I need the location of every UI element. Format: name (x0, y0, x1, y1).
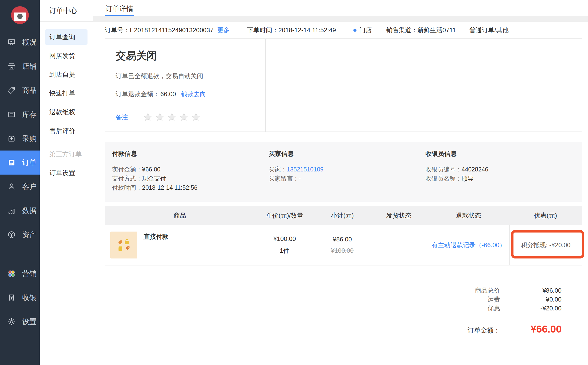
paid-amount-row: 实付金额：¥66.00 (112, 165, 269, 174)
cashier-icon (7, 293, 16, 302)
buyer-phone-link[interactable]: 13521510109 (287, 166, 324, 173)
cashier-name-row: 收银员名称：顾导 (425, 174, 582, 183)
rating-stars[interactable] (143, 112, 201, 122)
product-cell: 直接付款 (105, 225, 255, 265)
sidebar-item-purchase[interactable]: 采购 (0, 126, 40, 151)
order-info-block: 付款信息 实付金额：¥66.00 支付方式：现金支付 付款时间：2018-12-… (105, 142, 582, 202)
quantity: 1件 (280, 246, 290, 255)
sidebar-item-goods[interactable]: 商品 (0, 78, 40, 102)
refund-amount-line: 订单退款金额：66.00 钱款去向 (116, 90, 265, 98)
star-icon[interactable] (167, 112, 177, 122)
original-subtotal: ¥100.00 (331, 247, 354, 254)
star-icon[interactable] (155, 112, 165, 122)
shipping-status-cell (370, 225, 428, 265)
payment-info-section: 付款信息 实付金额：¥66.00 支付方式：现金支付 付款时间：2018-12-… (112, 150, 269, 192)
channel-value: 新鲜生活0711 (418, 26, 456, 34)
unit-price-cell: ¥100.00 1件 (255, 225, 315, 265)
main-content: 订单详情 订单号： E20181214115249013200037 更多 下单… (93, 0, 588, 365)
submenu-item-order-settings[interactable]: 订单设置 (45, 165, 88, 181)
order-no-label: 订单号： (105, 26, 130, 34)
table-header-row: 商品 单价(元)/数量 小计(元) 发货状态 退款状态 优惠(元) (105, 206, 582, 225)
col-header-shipping-status: 发货状态 (370, 211, 428, 220)
payment-method-row: 支付方式：现金支付 (112, 174, 269, 183)
order-total-label: 订单金额： (468, 326, 500, 335)
buyer-info-section: 买家信息 买家：13521510109 买家留言：- (269, 150, 425, 192)
overview-icon (7, 38, 16, 47)
order-total-value: ¥66.00 (500, 323, 561, 335)
marketing-icon (7, 269, 16, 278)
sidebar-item-label: 数据 (22, 206, 36, 216)
refund-record-link[interactable]: 有主动退款记录（-66.00） (432, 241, 506, 249)
buyer-info-title: 买家信息 (269, 150, 425, 158)
sidebar-item-label: 概况 (22, 37, 36, 47)
store-avatar-image (14, 13, 26, 21)
app-root: 概况 店铺 商品 库存 (0, 0, 588, 365)
sidebar-item-inventory[interactable]: 库存 (0, 102, 40, 126)
col-header-refund-status: 退款状态 (428, 211, 509, 220)
payment-info-title: 付款信息 (112, 150, 269, 158)
order-status-card: 交易关闭 订单已全额退款，交易自动关闭 订单退款金额：66.00 钱款去向 备注 (105, 38, 582, 132)
col-header-subtotal: 小计(元) (315, 211, 370, 220)
status-title: 交易关闭 (116, 49, 265, 63)
store-tag: 门店 (359, 26, 372, 34)
star-icon[interactable] (179, 112, 189, 122)
star-icon[interactable] (143, 112, 153, 122)
discount-value: 积分抵现: -¥20.00 (521, 241, 571, 249)
orders-icon (7, 158, 16, 167)
submenu-item-store-pickup[interactable]: 到店自提 (45, 67, 88, 82)
note-link[interactable]: 备注 (116, 113, 128, 121)
refund-amount-label: 订单退款金额： (116, 91, 159, 98)
sidebar-item-overview[interactable]: 概况 (0, 30, 40, 54)
buyer-message-row: 买家留言：- (269, 174, 425, 183)
order-detail-page: 订单号： E20181214115249013200037 更多 下单时间： 2… (93, 22, 588, 335)
summary-row-discount: 优惠-¥20.00 (105, 304, 582, 313)
order-time-value: 2018-12-14 11:52:49 (278, 27, 336, 34)
tab-order-details[interactable]: 订单详情 (105, 0, 133, 16)
sidebar-item-label: 店铺 (22, 62, 36, 71)
sidebar-item-marketing[interactable]: 营销 (0, 262, 40, 286)
submenu-item-order-query[interactable]: 订单查询 (45, 29, 88, 45)
sidebar-item-assets[interactable]: 资产 (0, 223, 40, 247)
more-link[interactable]: 更多 (217, 26, 230, 34)
col-header-discount: 优惠(元) (509, 211, 582, 220)
tab-separator (93, 16, 588, 22)
submenu-item-online-shipping[interactable]: 网店发货 (45, 48, 88, 63)
sidebar-item-cashier[interactable]: 收银 (0, 286, 40, 310)
sidebar-item-shop[interactable]: 店铺 (0, 54, 40, 78)
settings-icon (7, 317, 16, 326)
sidebar-item-label: 设置 (22, 317, 36, 327)
order-type: 普通订单/其他 (469, 26, 508, 34)
store-tag-wrap: 门店 (353, 26, 372, 34)
sidebar-item-customers[interactable]: 客户 (0, 175, 40, 199)
submenu-item-third-party-orders[interactable]: 第三方订单 (45, 147, 88, 162)
buyer-row: 买家：13521510109 (269, 165, 425, 174)
table-row: 直接付款 ¥100.00 1件 ¥86.00 ¥100.00 有主动退款记录（-… (105, 225, 582, 265)
goods-icon (7, 86, 16, 95)
refund-amount-value: 66.00 (160, 91, 176, 98)
inventory-icon (7, 110, 16, 119)
note-row: 备注 (116, 112, 265, 122)
submenu-item-after-sale-review[interactable]: 售后评价 (45, 123, 88, 139)
sidebar-item-label: 营销 (22, 269, 36, 279)
store-avatar[interactable] (11, 6, 29, 24)
order-time-label: 下单时间： (247, 26, 278, 34)
primary-nav-list: 概况 店铺 商品 库存 (0, 30, 40, 334)
channel-label: 销售渠道： (386, 26, 418, 34)
cashier-info-section: 收银员信息 收银员编号：44028246 收银员名称：顾导 (425, 150, 582, 192)
submenu-item-quick-print[interactable]: 快速打单 (45, 86, 88, 101)
star-icon[interactable] (191, 112, 201, 122)
submenu-item-refund-rights[interactable]: 退款维权 (45, 104, 88, 120)
status-description: 订单已全额退款，交易自动关闭 (116, 72, 265, 80)
submenu-title: 订单中心 (40, 0, 93, 22)
sidebar-item-orders[interactable]: 订单 (0, 151, 40, 175)
shop-icon (7, 62, 16, 71)
money-flow-link[interactable]: 钱款去向 (181, 91, 206, 98)
summary-row-shipping: 运费¥0.00 (105, 295, 582, 304)
sidebar-item-settings[interactable]: 设置 (0, 310, 40, 334)
sidebar-item-label: 采购 (22, 134, 36, 144)
data-icon (7, 206, 16, 215)
cashier-id-row: 收银员编号：44028246 (425, 165, 582, 174)
product-name: 直接付款 (144, 232, 168, 241)
sidebar-item-data[interactable]: 数据 (0, 199, 40, 223)
discount-cell: 积分抵现: -¥20.00 (509, 225, 582, 265)
